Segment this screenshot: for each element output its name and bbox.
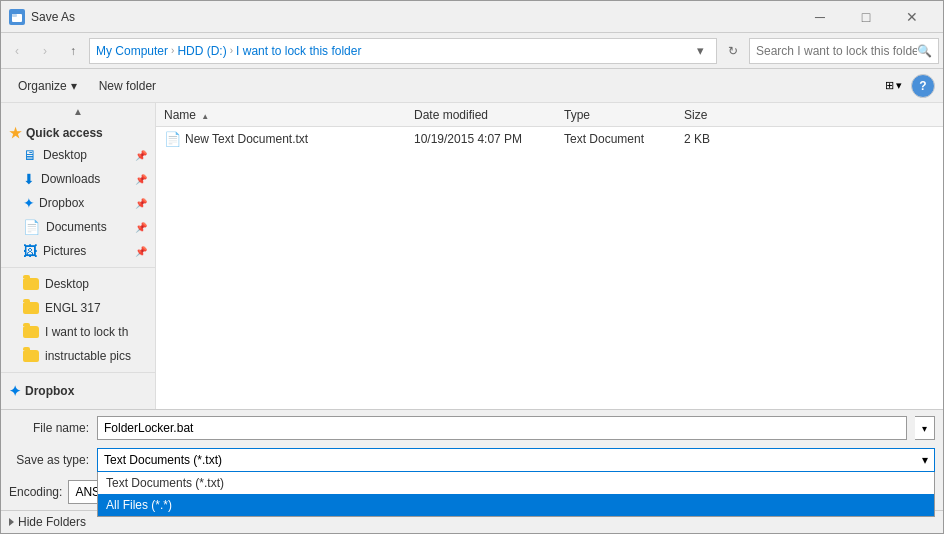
sidebar-item-desktop-folder[interactable]: Desktop [1, 272, 155, 296]
sidebar-item-desktop-quick-label: Desktop [43, 148, 87, 162]
save-type-label: Save as type: [9, 453, 89, 467]
downloads-quick-icon: ⬇ [23, 171, 35, 187]
quick-access-icon: ★ [9, 125, 22, 141]
up-button[interactable]: ↑ [61, 39, 85, 63]
pin-icon-pictures: 📌 [135, 246, 147, 257]
column-header-date[interactable]: Date modified [406, 108, 556, 122]
main-area: ▲ ★ Quick access 🖥 Desktop 📌 ⬇ Downloads… [1, 103, 943, 409]
file-list-header: Name ▲ Date modified Type Size [156, 103, 943, 127]
organize-label: Organize [18, 79, 67, 93]
file-name-cell: 📄 New Text Document.txt [156, 131, 406, 147]
sidebar-item-desktop-folder-label: Desktop [45, 277, 89, 291]
forward-button[interactable]: › [33, 39, 57, 63]
pin-icon-dropbox: 📌 [135, 198, 147, 209]
breadcrumb-sep2: › [230, 45, 233, 56]
save-type-select[interactable]: Text Documents (*.txt) ▾ [97, 448, 935, 472]
dropbox-quick-icon: ✦ [23, 195, 35, 211]
refresh-button[interactable]: ↻ [721, 39, 745, 63]
address-bar: ‹ › ↑ My Computer › HDD (D:) › I want to… [1, 33, 943, 69]
file-date-cell: 10/19/2015 4:07 PM [406, 132, 556, 146]
toolbar: Organize ▾ New folder ⊞ ▾ ? [1, 69, 943, 103]
window-title: Save As [31, 10, 797, 24]
search-box[interactable]: 🔍 [749, 38, 939, 64]
file-name-label: File name: [9, 421, 89, 435]
save-type-option-all[interactable]: All Files (*.*) [98, 494, 934, 516]
sidebar-item-instructable-label: instructable pics [45, 349, 131, 363]
file-list: Name ▲ Date modified Type Size 📄 New [156, 103, 943, 409]
folder-icon-desktop [23, 278, 39, 290]
organize-button[interactable]: Organize ▾ [9, 74, 86, 98]
sidebar-scroll-up[interactable]: ▲ [1, 103, 155, 119]
folder-icon-instructable [23, 350, 39, 362]
sidebar-item-downloads-quick-label: Downloads [41, 172, 100, 186]
sidebar-item-instructable[interactable]: instructable pics [1, 344, 155, 368]
save-type-dropdown: Text Documents (*.txt) All Files (*.*) [97, 472, 935, 517]
name-sort-arrow: ▲ [201, 112, 209, 121]
pin-icon-desktop: 📌 [135, 150, 147, 161]
address-box[interactable]: My Computer › HDD (D:) › I want to lock … [89, 38, 717, 64]
sidebar-section-label-quick-access: Quick access [26, 126, 103, 140]
new-folder-label: New folder [99, 79, 156, 93]
save-type-row: Save as type: Text Documents (*.txt) ▾ T… [1, 446, 943, 476]
hide-folders-triangle-icon [9, 518, 14, 526]
maximize-button[interactable]: □ [843, 1, 889, 33]
view-arrow: ▾ [896, 79, 902, 92]
folder-icon-lockfolder [23, 326, 39, 338]
sidebar-item-downloads-quick[interactable]: ⬇ Downloads 📌 [1, 167, 155, 191]
organize-arrow: ▾ [71, 79, 77, 93]
address-dropdown-button[interactable]: ▾ [690, 39, 710, 63]
view-icon: ⊞ [885, 79, 894, 92]
hide-folders-button[interactable]: Hide Folders [9, 515, 86, 529]
onedrive-section-icon: ☁ [9, 407, 23, 409]
sidebar-section-label-dropbox: Dropbox [25, 384, 74, 398]
column-header-size[interactable]: Size [676, 108, 756, 122]
new-folder-button[interactable]: New folder [90, 74, 165, 98]
file-name-dropdown-button[interactable]: ▾ [915, 416, 935, 440]
encoding-label: Encoding: [9, 485, 62, 499]
file-name-row: File name: ▾ [1, 410, 943, 446]
minimize-button[interactable]: ─ [797, 1, 843, 33]
desktop-quick-icon: 🖥 [23, 147, 37, 163]
table-row[interactable]: 📄 New Text Document.txt 10/19/2015 4:07 … [156, 127, 943, 151]
column-header-name[interactable]: Name ▲ [156, 108, 406, 122]
text-file-icon: 📄 [164, 131, 181, 147]
sidebar-section-onedrive[interactable]: ☁ OneDrive [1, 401, 155, 409]
sidebar-item-pictures-quick[interactable]: 🖼 Pictures 📌 [1, 239, 155, 263]
breadcrumb-sep1: › [171, 45, 174, 56]
sidebar-item-engl317[interactable]: ENGL 317 [1, 296, 155, 320]
bottom-area: File name: ▾ Save as type: Text Document… [1, 409, 943, 533]
window-controls: ─ □ ✕ [797, 1, 935, 33]
sidebar-item-engl317-label: ENGL 317 [45, 301, 101, 315]
sidebar-item-dropbox-quick-label: Dropbox [39, 196, 84, 210]
sidebar-section-dropbox[interactable]: ✦ Dropbox [1, 377, 155, 401]
file-size-cell: 2 KB [676, 132, 756, 146]
view-button[interactable]: ⊞ ▾ [880, 74, 907, 98]
search-input[interactable] [756, 44, 917, 58]
folder-icon-engl317 [23, 302, 39, 314]
column-header-type[interactable]: Type [556, 108, 676, 122]
dropbox-section-icon: ✦ [9, 383, 21, 399]
help-button[interactable]: ? [911, 74, 935, 98]
search-icon: 🔍 [917, 44, 932, 58]
save-as-window: Save As ─ □ ✕ ‹ › ↑ My Computer › HDD (D… [0, 0, 944, 534]
pin-icon-documents: 📌 [135, 222, 147, 233]
svg-rect-1 [12, 14, 17, 17]
sidebar-item-dropbox-quick[interactable]: ✦ Dropbox 📌 [1, 191, 155, 215]
save-type-option-txt[interactable]: Text Documents (*.txt) [98, 472, 934, 494]
save-type-current: Text Documents (*.txt) [104, 453, 922, 467]
sidebar-item-documents-quick[interactable]: 📄 Documents 📌 [1, 215, 155, 239]
close-button[interactable]: ✕ [889, 1, 935, 33]
sidebar-item-lockfolder[interactable]: I want to lock th [1, 320, 155, 344]
file-type-cell: Text Document [556, 132, 676, 146]
back-button[interactable]: ‹ [5, 39, 29, 63]
file-name-input[interactable] [97, 416, 907, 440]
breadcrumb-computer[interactable]: My Computer [96, 44, 168, 58]
pin-icon-downloads: 📌 [135, 174, 147, 185]
save-type-container: Text Documents (*.txt) ▾ Text Documents … [97, 448, 935, 472]
breadcrumb-hdd[interactable]: HDD (D:) [177, 44, 226, 58]
sidebar-divider-2 [1, 372, 155, 373]
sidebar-section-quick-access[interactable]: ★ Quick access [1, 119, 155, 143]
sidebar: ▲ ★ Quick access 🖥 Desktop 📌 ⬇ Downloads… [1, 103, 156, 409]
sidebar-item-desktop-quick[interactable]: 🖥 Desktop 📌 [1, 143, 155, 167]
breadcrumb-folder[interactable]: I want to lock this folder [236, 44, 361, 58]
